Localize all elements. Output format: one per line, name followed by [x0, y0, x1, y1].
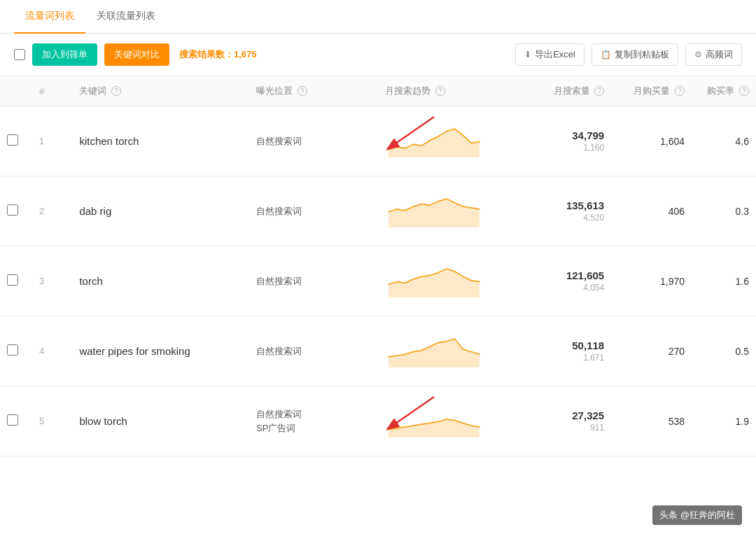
- copy-icon: 📋: [601, 50, 611, 59]
- row-buy: 1,604: [611, 106, 692, 176]
- select-all-checkbox[interactable]: [14, 49, 25, 60]
- row-trend-cell: [378, 386, 507, 456]
- trend-help-icon[interactable]: ?: [435, 86, 445, 96]
- row-checkbox-cell[interactable]: [0, 386, 32, 456]
- row-search: 50,118 1,671: [507, 316, 611, 386]
- row-position: 自然搜索词: [249, 106, 378, 176]
- rate-help-icon[interactable]: ?: [739, 86, 749, 96]
- toolbar: 加入到筛单 关键词对比 搜索结果数：1,675 ⬇ 导出Excel 📋 复制到粘…: [0, 34, 756, 76]
- row-checkbox[interactable]: [7, 204, 18, 216]
- position-tag: 自然搜索词: [256, 409, 302, 419]
- sparkline-svg: [385, 192, 483, 230]
- row-trend-cell: [378, 176, 507, 246]
- copy-clipboard-button[interactable]: 📋 复制到粘贴板: [592, 43, 678, 66]
- row-buy: 406: [611, 176, 692, 246]
- search-sub-value: 4,054: [514, 283, 604, 293]
- keyword-text[interactable]: torch: [79, 275, 102, 287]
- col-header-position: 曝光位置 ?: [249, 76, 378, 106]
- buy-value: 1,604: [618, 136, 685, 147]
- row-num: 2: [32, 176, 72, 246]
- row-keyword: kitchen torch: [72, 106, 249, 176]
- keyword-text[interactable]: dab rig: [79, 205, 111, 217]
- row-buy: 538: [611, 386, 692, 456]
- row-keyword: water pipes for smoking: [72, 316, 249, 386]
- download-icon: ⬇: [524, 50, 531, 59]
- export-excel-button[interactable]: ⬇ 导出Excel: [515, 43, 584, 66]
- search-main-value: 121,605: [514, 270, 604, 281]
- row-buy: 1,970: [611, 246, 692, 316]
- row-rate: 1.6: [692, 246, 756, 316]
- buy-value: 1,970: [618, 276, 685, 287]
- search-help-icon[interactable]: ?: [594, 86, 604, 96]
- row-keyword: torch: [72, 246, 249, 316]
- search-sub-value: 4,520: [514, 213, 604, 223]
- row-checkbox-cell[interactable]: [0, 106, 32, 176]
- row-trend-cell: [378, 316, 507, 386]
- row-checkbox[interactable]: [7, 414, 18, 426]
- row-position: 自然搜索词: [249, 176, 378, 246]
- keyword-text[interactable]: water pipes for smoking: [79, 345, 190, 357]
- position-tag: SP广告词: [256, 422, 371, 435]
- row-position: 自然搜索词: [249, 316, 378, 386]
- search-sub-value: 911: [514, 423, 604, 433]
- row-trend-cell: [378, 106, 507, 176]
- row-checkbox-cell[interactable]: [0, 246, 32, 316]
- row-num: 3: [32, 246, 72, 316]
- table-row: 1 kitchen torch 自然搜索词: [0, 106, 756, 176]
- col-header-search: 月搜索量 ?: [507, 76, 611, 106]
- row-position: 自然搜索词SP广告词: [249, 386, 378, 456]
- rate-value: 4.6: [699, 136, 749, 147]
- row-search: 27,325 911: [507, 386, 611, 456]
- row-rate: 0.3: [692, 176, 756, 246]
- row-rate: 1.9: [692, 386, 756, 456]
- search-count-label: 搜索结果数：1,675: [179, 48, 257, 61]
- search-main-value: 135,613: [514, 200, 604, 211]
- keyword-help-icon[interactable]: ?: [111, 86, 121, 96]
- row-checkbox[interactable]: [7, 134, 18, 146]
- compare-keywords-button[interactable]: 关键词对比: [104, 43, 169, 66]
- row-checkbox[interactable]: [7, 344, 18, 356]
- keyword-table: # 关键词 ? 曝光位置 ? 月搜索趋势 ? 月搜索量 ? 月购买量 ?: [0, 76, 756, 456]
- rate-value: 0.3: [699, 206, 749, 217]
- main-container: 流量词列表 关联流量列表 加入到筛单 关键词对比 搜索结果数：1,675 ⬇ 导…: [0, 0, 756, 539]
- search-sub-value: 1,160: [514, 143, 604, 153]
- position-help-icon[interactable]: ?: [298, 86, 307, 96]
- buy-value: 538: [618, 416, 685, 427]
- table-body: 1 kitchen torch 自然搜索词: [0, 106, 756, 456]
- row-checkbox-cell[interactable]: [0, 316, 32, 386]
- tabs-bar: 流量词列表 关联流量列表: [0, 0, 756, 34]
- tab-traffic-list[interactable]: 流量词列表: [14, 0, 85, 34]
- col-header-buy: 月购买量 ?: [611, 76, 692, 106]
- keyword-text[interactable]: blow torch: [79, 415, 127, 427]
- add-to-list-button[interactable]: 加入到筛单: [32, 43, 97, 66]
- position-tag: 自然搜索词: [256, 276, 302, 286]
- position-tag: 自然搜索词: [256, 136, 302, 146]
- table-row: 3 torch 自然搜索词 121,605 4,054: [0, 246, 756, 316]
- tab-related-traffic[interactable]: 关联流量列表: [85, 0, 167, 34]
- row-search: 34,799 1,160: [507, 106, 611, 176]
- row-search: 135,613 4,520: [507, 176, 611, 246]
- rate-value: 1.9: [699, 416, 749, 427]
- row-checkbox[interactable]: [7, 274, 18, 286]
- advanced-button[interactable]: ⚙ 高频词: [685, 43, 742, 66]
- row-search: 121,605 4,054: [507, 246, 611, 316]
- row-rate: 4.6: [692, 106, 756, 176]
- row-buy: 270: [611, 316, 692, 386]
- table-row: 4 water pipes for smoking 自然搜索词 50,1: [0, 316, 756, 386]
- toolbar-right: ⬇ 导出Excel 📋 复制到粘贴板 ⚙ 高频词: [515, 43, 742, 66]
- search-sub-value: 1,671: [514, 353, 604, 363]
- buy-help-icon[interactable]: ?: [675, 86, 685, 96]
- keyword-text[interactable]: kitchen torch: [79, 135, 139, 147]
- buy-value: 406: [618, 206, 685, 217]
- search-main-value: 50,118: [514, 340, 604, 351]
- rate-value: 0.5: [699, 346, 749, 357]
- sparkline-svg: [385, 122, 483, 160]
- row-num: 4: [32, 316, 72, 386]
- table-row: 5 blow torch 自然搜索词SP广告词: [0, 386, 756, 456]
- sparkline-svg: [385, 332, 483, 370]
- col-header-check: [0, 76, 32, 106]
- row-checkbox-cell[interactable]: [0, 176, 32, 246]
- sparkline-svg: [385, 402, 483, 440]
- row-position: 自然搜索词: [249, 246, 378, 316]
- row-trend-cell: [378, 246, 507, 316]
